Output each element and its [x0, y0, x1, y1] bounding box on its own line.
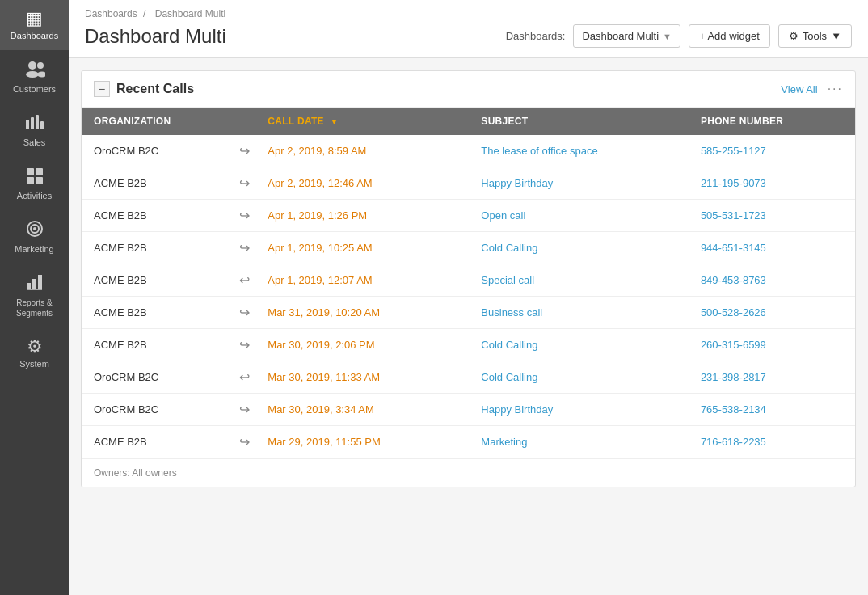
cell-subject: Happy Birthday — [469, 394, 689, 426]
cell-call-icon: ↪ — [239, 329, 255, 361]
cell-phone-number: 505-531-1723 — [689, 200, 855, 232]
sidebar: ▦ Dashboards Customers Sales Activities … — [0, 0, 69, 595]
sidebar-item-activities[interactable]: Activities — [0, 157, 69, 210]
breadcrumb-parent[interactable]: Dashboards — [85, 8, 137, 19]
outgoing-call-icon: ↪ — [239, 209, 250, 222]
dashboards-icon: ▦ — [26, 10, 43, 27]
cell-call-date: Apr 1, 2019, 10:25 AM — [255, 232, 469, 264]
svg-rect-9 — [36, 168, 43, 175]
sidebar-item-label: Dashboards — [11, 31, 58, 40]
subject-link[interactable]: Happy Birthday — [481, 403, 553, 416]
phone-link[interactable]: 849-453-8763 — [701, 274, 766, 286]
subject-link[interactable]: Business call — [481, 306, 542, 319]
widget-header: − Recent Calls View All ··· — [82, 71, 855, 108]
outgoing-call-icon: ↪ — [239, 144, 250, 158]
tools-button[interactable]: ⚙ Tools ▼ — [778, 24, 852, 48]
cell-organization: OroCRM B2C — [82, 135, 239, 167]
subject-link[interactable]: The lease of office space — [481, 145, 597, 157]
phone-link[interactable]: 585-255-1127 — [701, 145, 766, 157]
cell-subject: Cold Calling — [469, 361, 689, 394]
phone-link[interactable]: 505-531-1723 — [701, 209, 766, 222]
svg-point-14 — [33, 227, 36, 230]
col-call-date-label[interactable]: CALL DATE ▼ — [255, 108, 469, 135]
cell-organization: ACME B2B — [82, 264, 239, 297]
svg-rect-7 — [40, 121, 44, 129]
cell-call-icon: ↪ — [239, 232, 255, 264]
sidebar-item-dashboards[interactable]: ▦ Dashboards — [0, 0, 69, 50]
dashboard-select[interactable]: Dashboard Multi ▼ — [573, 24, 680, 48]
view-all-link[interactable]: View All — [781, 83, 817, 95]
cell-subject: Special call — [469, 264, 689, 297]
cell-organization: ACME B2B — [82, 232, 239, 264]
sidebar-item-sales[interactable]: Sales — [0, 103, 69, 157]
col-phone-number: PHONE NUMBER — [689, 108, 855, 135]
phone-link[interactable]: 211-195-9073 — [701, 177, 766, 189]
cell-phone-number: 585-255-1127 — [689, 135, 855, 167]
cell-call-icon: ↪ — [239, 135, 255, 167]
cell-organization: OroCRM B2C — [82, 361, 239, 394]
svg-rect-4 — [26, 120, 29, 129]
cell-subject: Open call — [469, 200, 689, 232]
sidebar-item-system[interactable]: ⚙ System — [0, 328, 69, 378]
widget-menu-button[interactable]: ··· — [828, 82, 843, 96]
svg-rect-11 — [36, 177, 43, 184]
subject-link[interactable]: Marketing — [481, 436, 527, 448]
dashboard-select-value: Dashboard Multi — [582, 30, 659, 42]
top-header: Dashboards / Dashboard Multi Dashboard M… — [69, 0, 868, 58]
phone-link[interactable]: 231-398-2817 — [701, 371, 766, 383]
calls-table: ORGANIZATION CALL DATE ▼ SUBJECT PHONE N… — [82, 108, 855, 458]
phone-link[interactable]: 765-538-2134 — [701, 403, 766, 416]
cell-call-icon: ↩ — [239, 264, 255, 297]
phone-link[interactable]: 260-315-6599 — [701, 339, 766, 351]
add-widget-button[interactable]: + Add widget — [689, 24, 770, 48]
subject-link[interactable]: Happy Birthday — [481, 177, 553, 189]
cell-organization: ACME B2B — [82, 297, 239, 329]
table-header-row: ORGANIZATION CALL DATE ▼ SUBJECT PHONE N… — [82, 108, 855, 135]
incoming-call-icon: ↩ — [239, 370, 250, 384]
cell-phone-number: 716-618-2235 — [689, 426, 855, 458]
subject-link[interactable]: Cold Calling — [481, 339, 537, 351]
subject-link[interactable]: Special call — [481, 274, 534, 286]
subject-link[interactable]: Open call — [481, 209, 525, 222]
sidebar-item-label: System — [19, 359, 49, 369]
incoming-call-icon: ↩ — [239, 273, 250, 287]
phone-link[interactable]: 716-618-2235 — [701, 436, 766, 448]
cell-subject: Business call — [469, 297, 689, 329]
svg-point-3 — [37, 72, 45, 78]
svg-point-2 — [37, 62, 44, 69]
phone-link[interactable]: 500-528-2626 — [701, 306, 766, 319]
svg-rect-15 — [27, 283, 31, 289]
table-row: ACME B2B↪Apr 1, 2019, 10:25 AMCold Calli… — [82, 232, 855, 264]
cell-call-date: Mar 29, 2019, 11:55 PM — [255, 426, 469, 458]
col-organization: ORGANIZATION — [82, 108, 239, 135]
sidebar-item-reports[interactable]: Reports &Segments — [0, 264, 69, 328]
page-title: Dashboard Multi — [85, 25, 226, 48]
cell-organization: ACME B2B — [82, 329, 239, 361]
subject-link[interactable]: Cold Calling — [481, 242, 537, 254]
cell-subject: Happy Birthday — [469, 167, 689, 200]
svg-point-1 — [26, 71, 39, 78]
customers-icon — [24, 60, 45, 81]
cell-call-date: Apr 1, 2019, 1:26 PM — [255, 200, 469, 232]
cell-call-date: Apr 2, 2019, 8:59 AM — [255, 135, 469, 167]
subject-link[interactable]: Cold Calling — [481, 371, 537, 383]
cell-call-date: Apr 2, 2019, 12:46 AM — [255, 167, 469, 200]
sidebar-item-label: Sales — [23, 137, 46, 147]
table-row: ACME B2B↪Apr 1, 2019, 1:26 PMOpen call50… — [82, 200, 855, 232]
svg-rect-16 — [32, 279, 36, 289]
sidebar-item-customers[interactable]: Customers — [0, 50, 69, 103]
svg-rect-10 — [27, 177, 34, 184]
phone-link[interactable]: 944-651-3145 — [701, 242, 766, 254]
table-row: ACME B2B↪Mar 31, 2019, 10:20 AMBusiness … — [82, 297, 855, 329]
table-row: ACME B2B↪Apr 2, 2019, 12:46 AMHappy Birt… — [82, 167, 855, 200]
cell-organization: OroCRM B2C — [82, 394, 239, 426]
dashboards-label: Dashboards: — [506, 30, 566, 42]
sidebar-item-label: Customers — [13, 84, 56, 94]
cell-call-date: Mar 30, 2019, 3:34 AM — [255, 394, 469, 426]
widget-collapse-button[interactable]: − — [94, 81, 110, 97]
cell-call-date: Mar 30, 2019, 2:06 PM — [255, 329, 469, 361]
cell-organization: ACME B2B — [82, 426, 239, 458]
sidebar-item-marketing[interactable]: Marketing — [0, 210, 69, 264]
svg-rect-5 — [31, 117, 34, 129]
call-date-text: CALL DATE — [268, 116, 324, 127]
